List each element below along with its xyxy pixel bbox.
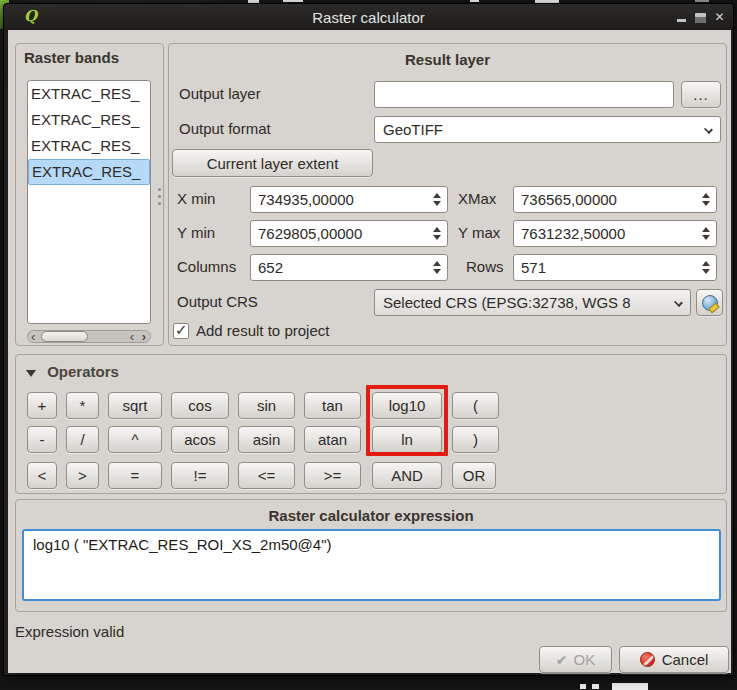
operator-power-button[interactable]: ^ xyxy=(108,426,162,453)
checkmark-icon: ✔ xyxy=(556,652,568,668)
current-layer-extent-button[interactable]: Current layer extent xyxy=(172,149,373,177)
operator-atan-button[interactable]: atan xyxy=(304,426,361,453)
operator-log10-button[interactable]: log10 xyxy=(372,392,442,419)
add-result-label: Add result to project xyxy=(196,322,329,339)
spinner-arrows-icon[interactable] xyxy=(702,187,710,212)
operator-less-equal-button[interactable]: <= xyxy=(238,462,295,489)
spinner-arrows-icon[interactable] xyxy=(702,221,710,246)
cancel-label: Cancel xyxy=(662,651,709,668)
cancel-icon xyxy=(640,652,655,667)
operators-group: Operators + * sqrt cos sin tan log10 ( -… xyxy=(15,354,727,494)
raster-band-item-selected[interactable]: EXTRAC_RES_ xyxy=(28,159,150,185)
collapse-triangle-icon[interactable] xyxy=(26,370,36,377)
columns-spinbox[interactable]: 652 xyxy=(250,254,448,281)
operator-close-paren-button[interactable]: ) xyxy=(452,426,499,453)
ok-label: OK xyxy=(574,651,596,668)
browse-output-layer-button[interactable]: ... xyxy=(681,81,721,108)
desktop-artifact xyxy=(470,0,479,2)
expression-title: Raster calculator expression xyxy=(16,507,726,524)
operator-asin-button[interactable]: asin xyxy=(238,426,295,453)
maximize-button[interactable] xyxy=(693,9,708,24)
operator-multiply-button[interactable]: * xyxy=(66,392,99,419)
close-button[interactable]: ✕ xyxy=(712,9,727,24)
raster-bands-list[interactable]: EXTRAC_RES_ EXTRAC_RES_ EXTRAC_RES_ EXTR… xyxy=(27,80,151,324)
close-icon: ✕ xyxy=(714,10,724,24)
raster-band-item[interactable]: EXTRAC_RES_ xyxy=(28,107,150,133)
operator-equals-button[interactable]: = xyxy=(108,462,162,489)
titlebar[interactable]: Q Raster calculator ✕ xyxy=(4,4,733,30)
expression-textarea[interactable]: log10 ( "EXTRAC_RES_ROI_XS_2m50@4") xyxy=(22,529,721,601)
cancel-button[interactable]: Cancel xyxy=(619,646,729,673)
operators-title: Operators xyxy=(47,363,119,380)
ok-button[interactable]: ✔ OK xyxy=(539,646,612,673)
result-layer-title: Result layer xyxy=(169,51,726,68)
chevron-down-icon xyxy=(704,125,713,134)
chevron-down-icon xyxy=(674,298,683,307)
rows-value: 571 xyxy=(521,259,546,276)
operator-acos-button[interactable]: acos xyxy=(171,426,229,453)
operator-greater-equal-button[interactable]: >= xyxy=(304,462,361,489)
raster-band-item[interactable]: EXTRAC_RES_ xyxy=(28,81,150,107)
globe-icon xyxy=(702,295,718,311)
raster-bands-group: Raster bands EXTRAC_RES_ EXTRAC_RES_ EXT… xyxy=(15,43,164,346)
operator-ln-button[interactable]: ln xyxy=(372,426,442,453)
operator-sin-button[interactable]: sin xyxy=(238,392,295,419)
spinner-arrows-icon[interactable] xyxy=(433,187,441,212)
xmin-value: 734935,00000 xyxy=(258,191,354,208)
operator-divide-button[interactable]: / xyxy=(66,426,99,453)
ymax-value: 7631232,50000 xyxy=(521,225,625,242)
operator-tan-button[interactable]: tan xyxy=(304,392,361,419)
desktop-background: Q Raster calculator ✕ Raster bands EXTRA… xyxy=(0,0,737,690)
scroll-left-icon[interactable]: ‹ xyxy=(31,329,35,344)
rows-spinbox[interactable]: 571 xyxy=(513,254,717,281)
output-crs-select[interactable]: Selected CRS (EPSG:32738, WGS 8 xyxy=(374,289,691,316)
xmin-spinbox[interactable]: 734935,00000 xyxy=(250,186,448,213)
spinner-arrows-icon[interactable] xyxy=(433,221,441,246)
ymax-spinbox[interactable]: 7631232,50000 xyxy=(513,220,717,247)
columns-label: Columns xyxy=(177,258,236,275)
add-result-checkbox-row[interactable]: Add result to project xyxy=(173,322,329,339)
bands-horizontal-scrollbar[interactable]: ‹ ‹ › xyxy=(27,330,151,343)
operator-or-button[interactable]: OR xyxy=(452,462,496,489)
panel-splitter-handle[interactable] xyxy=(158,188,161,191)
ymax-label: Y max xyxy=(458,224,500,241)
taskbar-fragment xyxy=(592,684,599,689)
output-format-label: Output format xyxy=(179,120,271,137)
operator-cos-button[interactable]: cos xyxy=(171,392,229,419)
minimize-button[interactable] xyxy=(674,9,689,24)
minimize-icon xyxy=(677,19,686,22)
scrollbar-thumb[interactable] xyxy=(41,331,88,342)
raster-band-item[interactable]: EXTRAC_RES_ xyxy=(28,133,150,159)
spinner-arrows-icon[interactable] xyxy=(702,255,710,280)
ymin-value: 7629805,00000 xyxy=(258,225,362,242)
operator-greater-button[interactable]: > xyxy=(66,462,99,489)
operator-sqrt-button[interactable]: sqrt xyxy=(108,392,162,419)
columns-value: 652 xyxy=(258,259,283,276)
output-layer-input[interactable] xyxy=(374,81,674,108)
dialog-body: Raster bands EXTRAC_RES_ EXTRAC_RES_ EXT… xyxy=(8,30,731,673)
checkbox-checked-icon[interactable] xyxy=(173,323,189,339)
xmax-value: 736565,00000 xyxy=(521,191,617,208)
operator-minus-button[interactable]: - xyxy=(27,426,57,453)
xmin-label: X min xyxy=(177,190,215,207)
operator-plus-button[interactable]: + xyxy=(27,392,57,419)
output-crs-label: Output CRS xyxy=(177,293,258,310)
spinner-arrows-icon[interactable] xyxy=(433,255,441,280)
operator-and-button[interactable]: AND xyxy=(372,462,442,489)
rows-label: Rows xyxy=(466,258,504,275)
raster-bands-title: Raster bands xyxy=(24,49,119,66)
ymin-label: Y min xyxy=(177,224,215,241)
scroll-right-icon[interactable]: › xyxy=(142,329,146,344)
xmax-spinbox[interactable]: 736565,00000 xyxy=(513,186,717,213)
ymin-spinbox[interactable]: 7629805,00000 xyxy=(250,220,448,247)
operator-not-equals-button[interactable]: != xyxy=(171,462,229,489)
expression-group: Raster calculator expression log10 ( "EX… xyxy=(15,499,727,612)
output-format-select[interactable]: GeoTIFF xyxy=(374,116,721,143)
taskbar-fragment xyxy=(580,684,586,689)
raster-calculator-window: Q Raster calculator ✕ Raster bands EXTRA… xyxy=(3,3,734,676)
result-layer-group: Result layer Output layer ... Output for… xyxy=(168,43,727,346)
select-crs-button[interactable] xyxy=(696,289,723,316)
scroll-left-icon[interactable]: ‹ xyxy=(130,329,134,344)
operator-open-paren-button[interactable]: ( xyxy=(452,392,499,419)
operator-less-button[interactable]: < xyxy=(27,462,57,489)
